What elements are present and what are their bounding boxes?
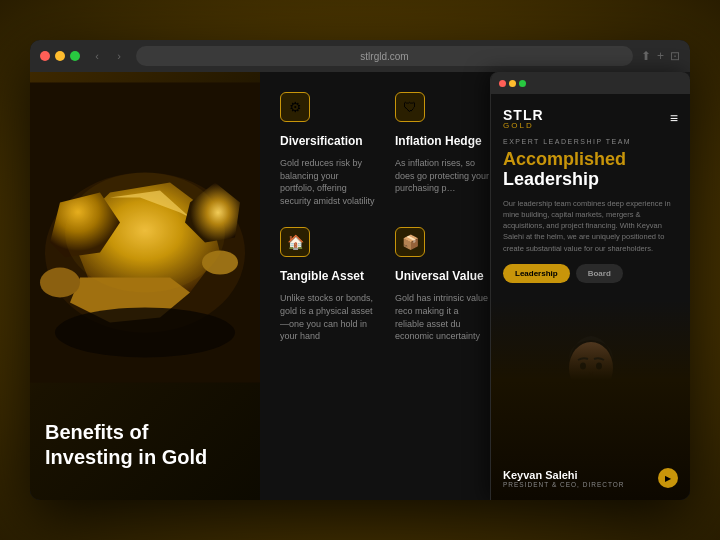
tab-board-button[interactable]: Board [576,264,623,283]
benefit-inflation-desc: As inflation rises, so does go protectin… [395,157,490,195]
tangible-icon: 🏠 [280,227,310,257]
close-button[interactable] [40,51,50,61]
add-tab-icon[interactable]: + [657,49,664,63]
browser-content: Benefits of Investing in Gold ⚙ Diversif… [30,72,690,500]
hero-title: Benefits of Investing in Gold [45,420,207,470]
minimize-button[interactable] [55,51,65,61]
benefits-section: ⚙ Diversification Gold reduces risk by b… [260,72,510,500]
person-info: Keyvan Salehi PRESIDENT & CEO, DIRECTOR [503,469,678,488]
traffic-lights [40,51,80,61]
mobile-traffic-lights [499,80,526,87]
benefit-diversification-title: Diversification [280,134,375,148]
benefit-universal-title: Universal Value [395,269,490,283]
person-title-text: PRESIDENT & CEO, DIRECTOR [503,481,678,488]
benefit-tangible-desc: Unlike stocks or bonds, gold is a physic… [280,292,375,342]
hero-text: Benefits of Investing in Gold [45,420,207,470]
logo-container: STLR GOLD [503,106,544,130]
benefit-universal-desc: Gold has intrinsic value reco making it … [395,292,490,342]
url-text: stlrgld.com [360,51,408,62]
svg-point-2 [40,268,80,298]
hero-section: Benefits of Investing in Gold [30,72,260,500]
browser-actions: ⬆ + ⊡ [641,49,680,63]
benefit-inflation-title: Inflation Hedge [395,134,490,148]
tab-leadership-button[interactable]: Leadership [503,264,570,283]
back-button[interactable]: ‹ [88,47,106,65]
share-icon[interactable]: ⬆ [641,49,651,63]
leadership-heading: Accomplished Leadership [503,150,678,190]
forward-button[interactable]: › [110,47,128,65]
desktop-window: ‹ › stlrgld.com ⬆ + ⊡ [30,40,690,500]
mobile-header: STLR GOLD ≡ [503,106,678,130]
universal-icon: 📦 [395,227,425,257]
mobile-close[interactable] [499,80,506,87]
mobile-chrome [491,72,690,94]
hamburger-icon[interactable]: ≡ [670,110,678,126]
mobile-minimize[interactable] [509,80,516,87]
accomplished-text: Accomplished [503,149,626,169]
svg-point-5 [65,173,225,293]
benefit-tangible-title: Tangible Asset [280,269,375,283]
benefit-tangible: 🏠 Tangible Asset Unlike stocks or bonds,… [280,227,375,342]
mobile-logo: STLR GOLD [503,106,544,130]
benefit-universal: 📦 Universal Value Gold has intrinsic val… [395,227,490,342]
diversification-icon: ⚙ [280,92,310,122]
benefit-inflation: 🛡 Inflation Hedge As inflation rises, so… [395,92,490,207]
mobile-panel: STLR GOLD ≡ EXPERT LEADERSHIP TEAM Accom… [490,72,690,500]
play-button[interactable]: ▶ [658,468,678,488]
benefit-diversification-desc: Gold reduces risk by balancing your port… [280,157,375,207]
person-name-text: Keyvan Salehi [503,469,678,481]
tab-buttons: Leadership Board [503,264,678,283]
maximize-button[interactable] [70,51,80,61]
gold-rocks-image [30,72,260,393]
browser-chrome: ‹ › stlrgld.com ⬆ + ⊡ [30,40,690,72]
person-section: Keyvan Salehi PRESIDENT & CEO, DIRECTOR … [491,300,690,500]
play-icon: ▶ [665,474,671,483]
svg-point-4 [55,308,235,358]
leadership-desc: Our leadership team combines deep experi… [503,198,678,254]
leadership-text: Leadership [503,169,599,189]
browser-nav: ‹ › [88,47,128,65]
benefits-grid: ⚙ Diversification Gold reduces risk by b… [280,92,490,343]
sidebar-icon[interactable]: ⊡ [670,49,680,63]
address-bar[interactable]: stlrgld.com [136,46,633,66]
expert-label: EXPERT LEADERSHIP TEAM [503,138,678,145]
benefit-diversification: ⚙ Diversification Gold reduces risk by b… [280,92,375,207]
mobile-maximize[interactable] [519,80,526,87]
inflation-icon: 🛡 [395,92,425,122]
mobile-content: STLR GOLD ≡ EXPERT LEADERSHIP TEAM Accom… [491,94,690,500]
